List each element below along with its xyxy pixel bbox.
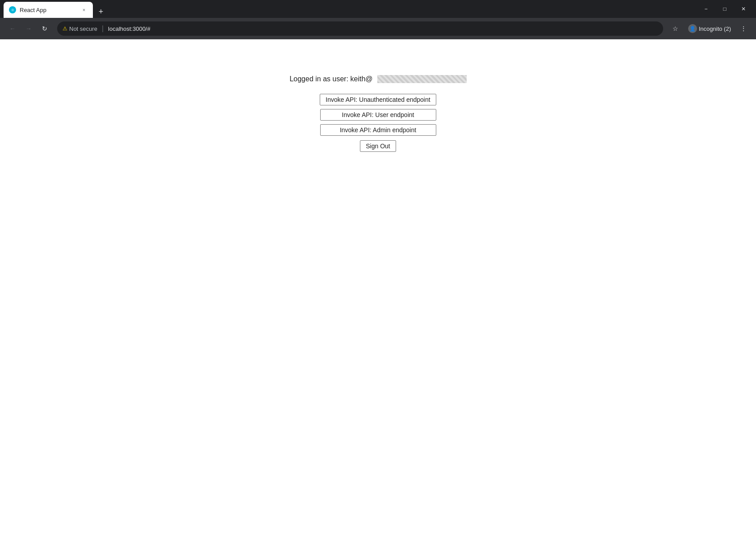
incognito-icon: 👤 [688, 24, 697, 33]
title-bar-right: − □ ✕ [697, 0, 752, 18]
back-button[interactable]: ← [5, 21, 20, 36]
security-text: Not secure [69, 25, 97, 32]
active-tab[interactable]: React App × [4, 2, 93, 18]
tab-title: React App [20, 7, 77, 13]
title-bar: React App × + − □ ✕ [0, 0, 756, 18]
address-divider: | [102, 25, 104, 33]
browser-chrome: React App × + − □ ✕ ← → ↻ ⚠ Not secure |… [0, 0, 756, 39]
menu-button[interactable]: ⋮ [736, 21, 751, 36]
security-icon: ⚠ Not secure [63, 25, 97, 32]
incognito-button[interactable]: 👤 Incognito (2) [685, 22, 735, 35]
forward-button[interactable]: → [21, 21, 36, 36]
logged-in-text: Logged in as user: keith@ [289, 75, 372, 83]
api-buttons-container: Invoke API: Unauthenticated endpoint Inv… [320, 94, 436, 152]
new-tab-button[interactable]: + [95, 5, 107, 18]
close-button[interactable]: ✕ [735, 0, 752, 18]
user-endpoint-button[interactable]: Invoke API: User endpoint [320, 109, 436, 121]
redacted-email [377, 75, 467, 83]
bookmark-button[interactable]: ☆ [668, 21, 683, 36]
warning-icon: ⚠ [63, 25, 67, 32]
title-bar-left: React App × + [4, 0, 107, 18]
url-text: localhost:3000/# [108, 25, 150, 32]
minimize-button[interactable]: − [697, 0, 715, 18]
nav-right: ☆ 👤 Incognito (2) ⋮ [668, 21, 751, 36]
maximize-button[interactable]: □ [716, 0, 734, 18]
nav-bar: ← → ↻ ⚠ Not secure | localhost:3000/# ☆ … [0, 18, 756, 39]
logged-in-message: Logged in as user: keith@ [289, 75, 466, 83]
tab-favicon [9, 6, 16, 13]
sign-out-button[interactable]: Sign Out [360, 140, 396, 152]
unauthenticated-endpoint-button[interactable]: Invoke API: Unauthenticated endpoint [320, 94, 436, 105]
page-content: Logged in as user: keith@ Invoke API: Un… [0, 39, 756, 557]
admin-endpoint-button[interactable]: Invoke API: Admin endpoint [320, 124, 436, 136]
refresh-button[interactable]: ↻ [38, 21, 52, 36]
incognito-label: Incognito (2) [699, 25, 731, 32]
tab-close-button[interactable]: × [80, 6, 88, 13]
tab-strip: React App × + [4, 0, 107, 18]
address-bar[interactable]: ⚠ Not secure | localhost:3000/# [57, 21, 663, 36]
